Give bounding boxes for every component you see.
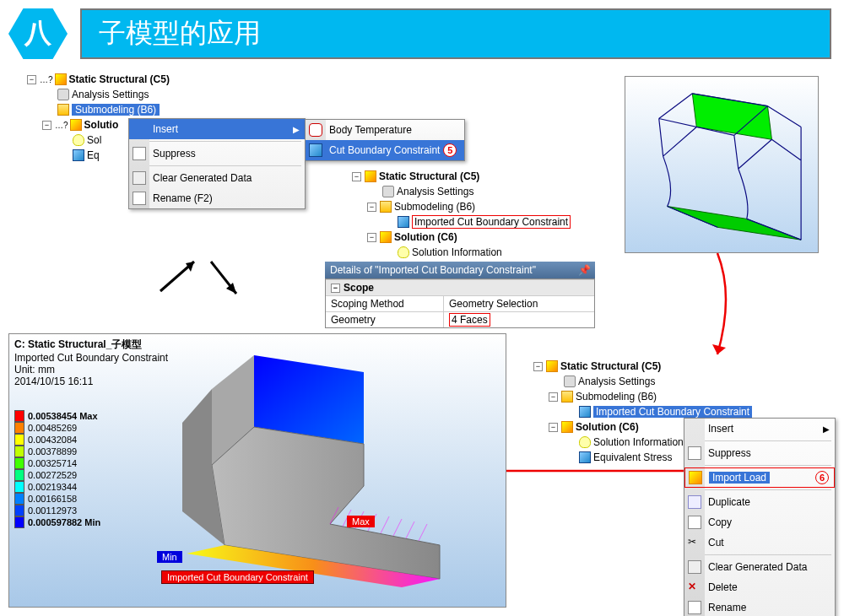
legend-row: 0.00166158 xyxy=(14,493,100,505)
legend-row: 0.00219344 xyxy=(14,481,100,493)
info-icon xyxy=(579,436,591,448)
suppress-icon xyxy=(133,147,146,160)
svg-line-20 xyxy=(406,521,414,538)
menu-item-suppress[interactable]: Suppress xyxy=(684,443,835,463)
tree-row-analysis[interactable]: Analysis Settings xyxy=(25,87,312,102)
collapse-icon[interactable]: − xyxy=(42,121,51,130)
red-arrow-down xyxy=(625,253,776,371)
details-row-method[interactable]: Scoping Method Geometry Selection xyxy=(326,295,594,311)
menu-item-clear[interactable]: Clear Generated Data xyxy=(129,168,305,188)
tree-row-analysis[interactable]: Analysis Settings xyxy=(532,374,836,389)
legend-row: 0.00485269 xyxy=(14,422,100,434)
details-panel: Details of "Imported Cut Boundary Constr… xyxy=(325,262,595,328)
menu-item-cut[interactable]: ✂ Cut xyxy=(684,532,835,553)
info-icon xyxy=(398,246,409,258)
menu-item-body-temp[interactable]: Body Temperature xyxy=(306,120,464,140)
legend-value: 0.00272529 xyxy=(28,470,77,480)
legend-swatch xyxy=(14,422,24,434)
details-label: Scoping Method xyxy=(326,296,444,311)
legend-swatch xyxy=(14,457,24,469)
tree-row-imported[interactable]: Imported Cut Boundary Constraint xyxy=(350,214,595,230)
collapse-icon[interactable]: − xyxy=(367,203,376,212)
legend-value: 0.00166158 xyxy=(28,494,77,504)
info-icon xyxy=(73,134,84,146)
min-tag: Min xyxy=(157,551,182,563)
bolt-icon xyxy=(561,421,573,433)
rendered-model xyxy=(161,343,482,587)
tree-row-submodeling[interactable]: − Submodeling (B6) xyxy=(532,389,836,404)
submenu-arrow-icon: ▶ xyxy=(823,424,830,434)
tree-row-submodeling[interactable]: Submodeling (B6) xyxy=(25,102,312,117)
settings-icon xyxy=(382,186,394,197)
tree-row-analysis[interactable]: Analysis Settings xyxy=(350,184,595,199)
result-viewport[interactable]: C: Static Structural_子模型 Imported Cut Bo… xyxy=(8,333,506,608)
legend-row: 0.00272529 xyxy=(14,469,100,481)
legend-swatch xyxy=(14,481,24,493)
delete-icon: ✕ xyxy=(688,581,701,594)
collapse-icon[interactable]: − xyxy=(367,233,376,242)
menu-item-delete[interactable]: ✕ Delete xyxy=(684,577,835,597)
menu-item-suppress[interactable]: Suppress xyxy=(129,143,305,164)
collapse-icon[interactable]: − xyxy=(27,75,36,84)
result-title: C: Static Structural_子模型 xyxy=(14,338,168,352)
details-value[interactable]: 4 Faces xyxy=(444,312,594,327)
settings-icon xyxy=(564,376,576,387)
menu-item-insert[interactable]: Insert▶ xyxy=(684,419,835,439)
collapse-icon[interactable]: − xyxy=(533,362,543,371)
folder-icon xyxy=(57,104,69,116)
tree-row-static[interactable]: − …? Static Structural (C5) xyxy=(25,72,312,87)
tree-row-solinfo[interactable]: Solution Information xyxy=(350,245,595,260)
context-submenu-1: Body Temperature Cut Boundary Constraint… xyxy=(305,119,465,161)
tree-row-static[interactable]: − Static Structural (C5) xyxy=(350,169,595,184)
details-value[interactable]: Geometry Selection xyxy=(444,296,594,311)
menu-item-rename[interactable]: Rename xyxy=(684,597,835,616)
menu-separator xyxy=(133,141,301,142)
thermometer-icon xyxy=(309,123,322,137)
import-icon xyxy=(689,471,702,484)
wireframe-model xyxy=(625,77,818,252)
collapse-icon[interactable]: − xyxy=(549,392,558,402)
legend-value: 0.00485269 xyxy=(28,423,77,433)
result-info: C: Static Structural_子模型 Imported Cut Bo… xyxy=(14,338,168,387)
menu-item-insert[interactable]: Insert▶ xyxy=(129,119,305,139)
menu-item-rename[interactable]: Rename (F2) xyxy=(129,188,305,208)
tree-row-submodeling[interactable]: − Submodeling (B6) xyxy=(350,199,595,214)
details-row-geometry[interactable]: Geometry 4 Faces xyxy=(326,311,594,327)
context-menu-3: Insert▶ Suppress Import Load 6 Duplicate… xyxy=(684,418,836,616)
collapse-icon[interactable]: − xyxy=(352,172,361,181)
legend-row: 0.00112973 xyxy=(14,505,100,516)
legend-swatch xyxy=(14,446,24,457)
menu-item-duplicate[interactable]: Duplicate xyxy=(684,492,835,512)
slide-title: 子模型的应用 xyxy=(80,8,831,59)
model-preview[interactable] xyxy=(625,76,819,253)
bolt-icon xyxy=(70,119,82,131)
menu-item-import-load[interactable]: Import Load 6 xyxy=(684,467,835,488)
duplicate-icon xyxy=(688,495,701,509)
pin-icon[interactable]: 📌 xyxy=(578,264,590,276)
legend-swatch xyxy=(14,469,24,481)
context-menu-1: Insert▶ Suppress Clear Generated Data Re… xyxy=(128,118,306,209)
bolt-icon xyxy=(380,231,392,243)
suppress-icon xyxy=(688,446,701,460)
menu-item-clear[interactable]: Clear Generated Data xyxy=(684,557,835,577)
copy-icon xyxy=(688,516,701,529)
legend-row: 0.000597882 Min xyxy=(14,516,100,528)
outline-tree-2[interactable]: − Static Structural (C5) Analysis Settin… xyxy=(350,169,595,260)
scissors-icon: ✂ xyxy=(688,536,701,549)
collapse-icon[interactable]: − xyxy=(549,423,558,432)
legend-value: 0.00378899 xyxy=(28,446,77,457)
menu-item-cut-boundary[interactable]: Cut Boundary Constraint 5 xyxy=(306,140,464,160)
tree-row-solution[interactable]: − Solution (C6) xyxy=(350,230,595,245)
max-tag: Max xyxy=(347,516,375,527)
tree-row-static[interactable]: − Static Structural (C5) xyxy=(532,359,836,374)
bolt-icon xyxy=(365,170,376,182)
details-category-scope[interactable]: − Scope xyxy=(326,280,594,295)
menu-item-copy[interactable]: Copy xyxy=(684,512,835,532)
collapse-icon[interactable]: − xyxy=(331,284,340,293)
clear-icon xyxy=(688,560,701,574)
hexagon-badge: 八 xyxy=(8,8,68,59)
legend-row: 0.00538454 Max xyxy=(14,410,100,422)
legend-row: 0.00432084 xyxy=(14,434,100,446)
svg-line-18 xyxy=(381,516,389,533)
bolt-icon xyxy=(546,360,558,372)
